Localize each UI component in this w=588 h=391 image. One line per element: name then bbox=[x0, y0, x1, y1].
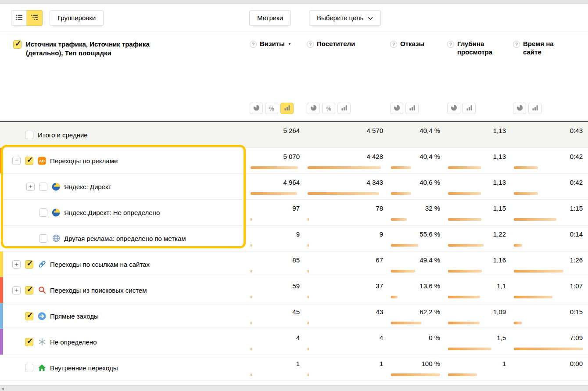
expander-button[interactable]: + bbox=[12, 260, 21, 269]
bars-toggle-button[interactable] bbox=[280, 103, 294, 114]
value-bar bbox=[391, 166, 411, 169]
metric-value: 40,6 % bbox=[419, 179, 440, 186]
expander-button[interactable]: − bbox=[12, 157, 21, 165]
goal-select-button[interactable]: Выберите цель bbox=[309, 10, 381, 26]
column-label[interactable]: Время на сайте bbox=[523, 40, 569, 57]
metric-cell-visitors: 4 bbox=[305, 329, 388, 355]
metric-cell-depth: 1,13 bbox=[445, 122, 511, 147]
column-display-toggles bbox=[447, 103, 509, 114]
metric-cell-visitors: 78 bbox=[305, 200, 388, 225]
horizontal-scrollbar[interactable]: ◂ bbox=[0, 385, 588, 391]
column-label[interactable]: Визиты bbox=[260, 40, 285, 48]
groupings-button[interactable]: Группировки bbox=[50, 10, 104, 26]
pie-icon bbox=[451, 104, 457, 112]
scroll-left-icon[interactable]: ◂ bbox=[0, 386, 4, 391]
metric-cell-visitors: 9 bbox=[305, 226, 388, 251]
bars-toggle-button[interactable] bbox=[463, 103, 476, 114]
row-checkbox[interactable] bbox=[25, 286, 33, 294]
metric-cell-depth: 1,5 bbox=[445, 329, 511, 355]
tree-view-button[interactable] bbox=[27, 10, 43, 26]
percent-icon: % bbox=[269, 105, 274, 112]
row-checkbox[interactable] bbox=[25, 260, 33, 269]
value-bar bbox=[448, 218, 481, 221]
metric-cell-visits: 59 bbox=[248, 277, 305, 303]
row-checkbox[interactable] bbox=[39, 234, 47, 243]
metrics-button[interactable]: Метрики bbox=[249, 10, 291, 26]
value-bar bbox=[448, 373, 477, 376]
row-label: Переходы из поисковых систем bbox=[50, 287, 147, 294]
help-icon[interactable]: ? bbox=[447, 41, 454, 48]
value-bar bbox=[308, 373, 309, 376]
table-row: Другая реклама: определено по меткам 995… bbox=[0, 226, 588, 251]
metric-cell-time: 0:00 bbox=[511, 355, 588, 380]
row-checkbox[interactable] bbox=[39, 208, 47, 217]
metric-value: 1 bbox=[380, 360, 383, 367]
row-checkbox[interactable] bbox=[39, 183, 47, 191]
table-row: + Переходы по ссылкам на сайтах 856749,4… bbox=[0, 251, 588, 277]
row-checkbox[interactable] bbox=[25, 131, 33, 139]
dimension-cell: Внутренние переходы bbox=[0, 355, 248, 380]
metric-cell-visitors: 37 bbox=[305, 277, 388, 303]
pie-toggle-button[interactable] bbox=[307, 103, 320, 114]
expander-button[interactable]: + bbox=[12, 286, 21, 294]
goal-select-label: Выберите цель bbox=[317, 14, 363, 22]
metric-value: 1:26 bbox=[570, 256, 583, 264]
bars-toggle-button[interactable] bbox=[528, 103, 541, 114]
help-icon[interactable]: ? bbox=[390, 41, 397, 48]
percent-toggle-button[interactable]: % bbox=[265, 103, 278, 114]
sort-desc-icon: ▼ bbox=[288, 42, 291, 46]
metric-cell-bounce: 0 % bbox=[388, 329, 445, 355]
pie-toggle-button[interactable] bbox=[513, 103, 526, 114]
row-checkbox[interactable] bbox=[25, 157, 33, 165]
dimension-header-title: Источник трафика, Источник трафика (дета… bbox=[26, 40, 179, 57]
bars-toggle-button[interactable] bbox=[405, 103, 419, 114]
list-view-button[interactable] bbox=[11, 10, 27, 26]
metric-cell-time: 0:42 bbox=[511, 148, 588, 173]
help-icon[interactable]: ? bbox=[250, 41, 257, 48]
pie-toggle-button[interactable] bbox=[390, 103, 403, 114]
metric-value: 1:07 bbox=[570, 282, 583, 290]
row-color-stripe bbox=[0, 303, 3, 329]
metric-value: 1,15 bbox=[493, 204, 506, 212]
row-checkbox[interactable] bbox=[25, 364, 33, 372]
svg-text:AD: AD bbox=[39, 159, 45, 163]
metric-cell-bounce: 40,6 % bbox=[388, 174, 445, 199]
view-toggle bbox=[11, 10, 43, 26]
pie-toggle-button[interactable] bbox=[250, 103, 263, 114]
metric-cell-time: 0:15 bbox=[511, 303, 588, 329]
metric-column-header: ? Глубина просмотра bbox=[445, 32, 511, 121]
metric-cell-bounce: 100 % bbox=[388, 355, 445, 380]
bars-toggle-button[interactable] bbox=[337, 103, 351, 114]
top-gray-strip bbox=[0, 0, 588, 4]
metric-cell-visits: 9 bbox=[248, 226, 305, 251]
metric-cell-visitors: 67 bbox=[305, 251, 388, 277]
pie-toggle-button[interactable] bbox=[447, 103, 460, 114]
metrica-report-screen: Группировки Метрики Выберите цель Источн… bbox=[0, 0, 588, 381]
metric-cell-depth: 1,13 bbox=[445, 148, 511, 173]
metric-cell-depth: 1 bbox=[445, 355, 511, 380]
column-label[interactable]: Отказы bbox=[400, 40, 424, 48]
help-icon[interactable]: ? bbox=[513, 41, 520, 48]
metric-cell-time: 1:26 bbox=[511, 251, 588, 277]
row-label: Не определено bbox=[50, 338, 97, 346]
column-label[interactable]: Глубина просмотра bbox=[457, 40, 503, 57]
select-all-checkbox[interactable] bbox=[13, 40, 22, 49]
percent-toggle-button[interactable]: % bbox=[322, 103, 335, 114]
row-checkbox[interactable] bbox=[25, 338, 33, 346]
row-checkbox[interactable] bbox=[25, 312, 33, 320]
column-label[interactable]: Посетители bbox=[317, 40, 355, 48]
value-bar bbox=[308, 166, 381, 169]
metric-cell-depth: 1,1 bbox=[445, 277, 511, 303]
column-display-toggles: % bbox=[307, 103, 386, 114]
metric-value: 62,2 % bbox=[419, 308, 440, 316]
metric-cell-time: 0:42 bbox=[511, 174, 588, 199]
metric-column-header: ? Визиты ▼ % bbox=[248, 32, 305, 121]
metric-cell-depth: 1,09 bbox=[445, 303, 511, 329]
metric-value: 59 bbox=[292, 282, 300, 290]
bars-icon bbox=[466, 104, 473, 112]
help-icon[interactable]: ? bbox=[307, 41, 314, 48]
direct-entry-icon bbox=[38, 312, 46, 320]
expander-button[interactable]: + bbox=[26, 183, 35, 191]
value-bar bbox=[308, 296, 309, 298]
metric-cell-visits: 1 bbox=[248, 355, 305, 380]
